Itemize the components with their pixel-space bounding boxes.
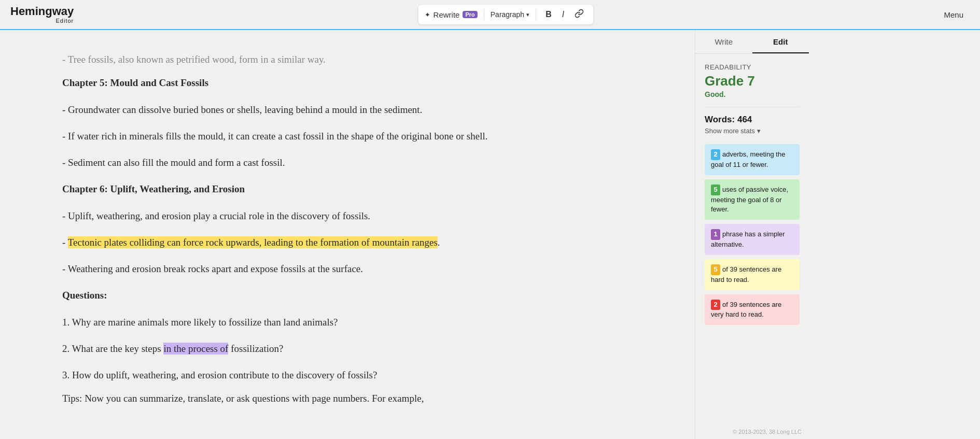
stat-number-0: 2 — [711, 149, 720, 160]
bullet5-post: . — [438, 237, 440, 248]
sidebar-content: Readability Grade 7 Good. Words: 464 Sho… — [695, 54, 809, 424]
question3: 3. How do uplift, weathering, and erosio… — [62, 366, 653, 384]
sidebar-tabs: Write Edit — [695, 30, 809, 54]
toolbar-divider-2 — [536, 9, 536, 20]
stat-number-1: 5 — [711, 185, 720, 195]
bullet6: - Weathering and erosion break rocks apa… — [62, 260, 653, 277]
sparkle-icon: ✦ — [425, 11, 430, 19]
bold-button[interactable]: B — [542, 9, 555, 20]
bullet5: - Tectonic plates colliding can force ro… — [62, 234, 653, 251]
question2: 2. What are the key steps in the process… — [62, 340, 653, 357]
pro-badge: Pro — [463, 11, 477, 18]
bullet1: - Groundwater can dissolve buried bones … — [62, 101, 653, 118]
q2-post: fossilization? — [228, 343, 283, 354]
logo-hemingway: Hemingway — [10, 5, 74, 18]
stat-card-3: 5of 39 sentences are hard to read. — [705, 259, 800, 290]
show-more-stats-label: Show more stats — [705, 127, 755, 135]
bullet5-highlighted: Tectonic plates colliding can force rock… — [68, 236, 438, 248]
sidebar-divider — [705, 107, 800, 107]
chevron-down-icon-stats: ▾ — [757, 127, 761, 135]
paragraph-dropdown[interactable]: Paragraph ▾ — [491, 10, 529, 19]
bullet2: - If water rich in minerals fills the mo… — [62, 128, 653, 145]
tips-line: Tips: Now you can summarize, translate, … — [62, 393, 653, 404]
stat-card-4: 2of 39 sentences are very hard to read. — [705, 294, 800, 325]
q2-pre: 2. What are the key steps — [62, 343, 163, 354]
bullet3: - Sediment can also fill the mould and f… — [62, 154, 653, 171]
stat-number-3: 5 — [711, 264, 720, 275]
stat-card-0: 2adverbs, meeting the goal of 11 or fewe… — [705, 144, 800, 175]
question1: 1. Why are marine animals more likely to… — [62, 314, 653, 331]
logo-editor: Editor — [10, 18, 74, 24]
editor-area[interactable]: - Tree fossils, also known as petrified … — [0, 30, 695, 439]
footer-copyright: © 2013-2023, 38 Long LLC — [695, 424, 809, 439]
tab-write[interactable]: Write — [695, 30, 752, 53]
top-navigation: Hemingway Editor ✦ Rewrite Pro Paragraph… — [0, 0, 980, 30]
grade-value: Grade 7 — [705, 73, 800, 89]
logo: Hemingway Editor — [10, 5, 74, 24]
stat-number-4: 2 — [711, 300, 720, 310]
q2-highlighted: in the process of — [163, 343, 228, 355]
tab-edit[interactable]: Edit — [752, 30, 809, 53]
rewrite-label: Rewrite — [433, 10, 460, 19]
questions-heading: Questions: — [62, 287, 653, 304]
show-more-stats-button[interactable]: Show more stats ▾ — [705, 127, 761, 135]
stat-number-2: 1 — [711, 229, 720, 240]
stat-card-2: 1phrase has a simpler alternative. — [705, 224, 800, 255]
chevron-down-icon: ▾ — [526, 11, 529, 18]
italic-button[interactable]: I — [559, 9, 567, 20]
rewrite-button[interactable]: ✦ Rewrite Pro — [425, 10, 478, 19]
chapter5-heading: Chapter 5: Mould and Cast Fossils — [62, 74, 653, 91]
main-layout: - Tree fossils, also known as petrified … — [0, 30, 980, 439]
menu-button[interactable]: Menu — [937, 7, 970, 22]
stat-cards-container: 2adverbs, meeting the goal of 11 or fewe… — [705, 144, 800, 325]
words-count: Words: 464 — [705, 115, 800, 125]
link-button[interactable] — [571, 8, 587, 21]
stat-card-1: 5uses of passive voice, meeting the goal… — [705, 179, 800, 220]
grade-status: Good. — [705, 90, 800, 98]
bullet4: - Uplift, weathering, and erosion play a… — [62, 207, 653, 224]
bullet5-pre: - — [62, 237, 68, 248]
readability-label: Readability — [705, 63, 800, 71]
paragraph-label: Paragraph — [491, 10, 524, 19]
fade-top-line: - Tree fossils, also known as petrified … — [62, 51, 653, 68]
sidebar: Write Edit Readability Grade 7 Good. Wor… — [695, 30, 809, 439]
toolbar: ✦ Rewrite Pro Paragraph ▾ B I — [418, 5, 594, 24]
chapter6-heading: Chapter 6: Uplift, Weathering, and Erosi… — [62, 180, 653, 197]
toolbar-divider-1 — [484, 9, 484, 20]
